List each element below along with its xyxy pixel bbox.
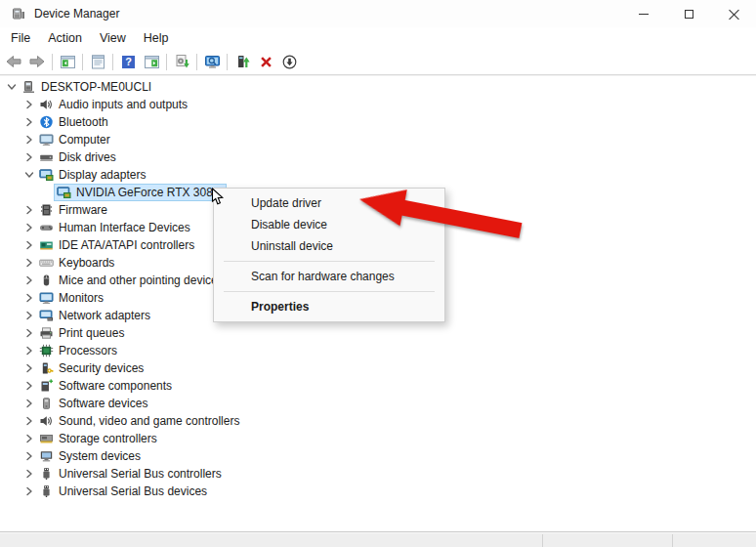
- chevron-right-icon[interactable]: [21, 449, 37, 463]
- chevron-down-icon[interactable]: [21, 168, 37, 182]
- tree-item-label: DESKTOP-ME0UCLI: [41, 79, 155, 95]
- tree-item-audio-inputs-and-outputs[interactable]: Audio inputs and outputs: [0, 96, 756, 113]
- chevron-right-icon[interactable]: [21, 309, 37, 322]
- back-button[interactable]: [2, 51, 25, 73]
- disable-device-button[interactable]: [277, 51, 301, 73]
- chevron-right-icon[interactable]: [21, 432, 37, 445]
- tree-item-content: Processors: [37, 343, 123, 358]
- display-adapter-icon: [57, 186, 71, 199]
- close-button[interactable]: [711, 0, 756, 27]
- chevron-right-icon[interactable]: [21, 291, 37, 305]
- chevron-right-icon[interactable]: [21, 379, 37, 393]
- device-manager-window: Device Manager FileActionViewHelp ? DESK…: [0, 0, 756, 547]
- uninstall-device-button[interactable]: [254, 51, 277, 73]
- tree-item-content: Sound, video and game controllers: [37, 413, 245, 429]
- tree-item-software-components[interactable]: Software components: [0, 377, 756, 395]
- update-driver-software-icon: [174, 54, 190, 70]
- menu-item-disable-device[interactable]: Disable device: [214, 214, 444, 235]
- window-title: Device Manager: [34, 7, 119, 21]
- menu-item-properties[interactable]: Properties: [214, 296, 444, 317]
- chevron-right-icon[interactable]: [21, 274, 37, 287]
- tree-item-universal-serial-bus-controllers[interactable]: Universal Serial Bus controllers: [0, 465, 756, 483]
- tree-item-content: Software devices: [37, 396, 153, 411]
- chevron-right-icon[interactable]: [21, 344, 37, 358]
- chevron-right-icon[interactable]: [21, 326, 37, 340]
- tree-item-system-devices[interactable]: System devices: [0, 447, 756, 465]
- tree-item-content: NVIDIA GeForce RTX 3080: [55, 185, 226, 200]
- menubar-file[interactable]: File: [2, 29, 39, 47]
- menubar-action[interactable]: Action: [39, 29, 91, 47]
- show-console-tree-button[interactable]: [56, 51, 79, 73]
- menu-item-update-driver[interactable]: Update driver: [214, 192, 444, 214]
- menubar-view[interactable]: View: [91, 29, 135, 47]
- tree-item-label: Audio inputs and outputs: [59, 97, 191, 112]
- statusbar: [0, 531, 756, 547]
- forward-icon: [28, 54, 46, 69]
- update-driver-button[interactable]: [231, 51, 254, 73]
- chevron-down-icon[interactable]: [4, 80, 20, 94]
- tree-item-bluetooth[interactable]: Bluetooth: [0, 113, 756, 131]
- close-icon: [729, 9, 739, 20]
- chevron-right-icon[interactable]: [21, 115, 37, 129]
- sound-icon: [39, 414, 54, 428]
- tree-item-display-adapters[interactable]: Display adapters: [0, 166, 756, 184]
- audio-icon: [39, 98, 54, 111]
- chevron-right-icon[interactable]: [21, 484, 37, 498]
- properties-sheet-button[interactable]: [86, 51, 109, 73]
- tree-item-label: Software devices: [59, 396, 151, 411]
- tree-item-content: Bluetooth: [37, 114, 114, 130]
- tree-item-label: Security devices: [59, 360, 147, 376]
- chevron-right-icon[interactable]: [21, 203, 37, 217]
- tree-item-label: System devices: [59, 448, 145, 464]
- back-icon: [5, 54, 22, 69]
- processor-icon: [39, 344, 54, 358]
- tree-item-print-queues[interactable]: Print queues: [0, 324, 756, 342]
- chevron-right-icon[interactable]: [21, 98, 37, 111]
- chevron-right-icon[interactable]: [21, 133, 37, 147]
- tree-item-computer[interactable]: Computer: [0, 131, 756, 148]
- tree-item-label: Display adapters: [59, 167, 149, 183]
- minimize-icon: [639, 14, 649, 15]
- menu-item-uninstall-device[interactable]: Uninstall device: [214, 235, 444, 257]
- maximize-button[interactable]: [666, 0, 711, 27]
- tree-item-storage-controllers[interactable]: Storage controllers: [0, 430, 756, 447]
- tree-item-disk-drives[interactable]: Disk drives: [0, 148, 756, 166]
- menu-item-scan-for-hardware-changes[interactable]: Scan for hardware changes: [214, 266, 444, 287]
- usb-icon: [39, 467, 54, 481]
- tree-item-content: IDE ATA/ATAPI controllers: [37, 237, 200, 253]
- chevron-right-icon[interactable]: [21, 397, 37, 410]
- ide-controller-icon: [39, 238, 54, 252]
- svg-text:?: ?: [125, 56, 132, 67]
- tree-item-label: Human Interface Devices: [59, 220, 194, 235]
- tree-item-content: Human Interface Devices: [37, 220, 196, 235]
- storage-controller-icon: [39, 432, 54, 445]
- tree-item-processors[interactable]: Processors: [0, 342, 756, 359]
- minimize-button[interactable]: [621, 0, 666, 27]
- tree-item-security-devices[interactable]: Security devices: [0, 359, 756, 377]
- chevron-right-icon[interactable]: [21, 361, 37, 375]
- chevron-right-icon[interactable]: [21, 150, 37, 164]
- help-button[interactable]: ?: [116, 51, 140, 73]
- tree-item-sound-video-and-game-controllers[interactable]: Sound, video and game controllers: [0, 412, 756, 430]
- chevron-right-icon[interactable]: [21, 467, 37, 481]
- update-driver-software-button[interactable]: [170, 51, 193, 73]
- chevron-right-icon[interactable]: [21, 256, 37, 270]
- toolbar-separator: [52, 54, 53, 70]
- action-pane-button[interactable]: [140, 51, 163, 73]
- tree-item-content: Universal Serial Bus controllers: [37, 466, 228, 482]
- tree-item-content: Software components: [37, 378, 178, 394]
- system-device-icon: [39, 449, 54, 463]
- scan-hardware-changes-button[interactable]: [200, 51, 224, 73]
- toolbar-separator: [166, 54, 167, 70]
- chevron-right-icon[interactable]: [21, 414, 37, 428]
- chevron-right-icon[interactable]: [21, 238, 37, 252]
- tree-item-software-devices[interactable]: Software devices: [0, 395, 756, 412]
- tree-item-desktop-me0ucli[interactable]: DESKTOP-ME0UCLI: [0, 78, 756, 96]
- menubar-help[interactable]: Help: [135, 29, 178, 47]
- toolbar: ?: [0, 49, 756, 75]
- forward-button[interactable]: [25, 51, 49, 73]
- chevron-right-icon[interactable]: [21, 221, 37, 234]
- tree-item-universal-serial-bus-devices[interactable]: Universal Serial Bus devices: [0, 483, 756, 500]
- tree-item-label: Network adapters: [59, 308, 154, 323]
- bluetooth-icon: [39, 115, 54, 129]
